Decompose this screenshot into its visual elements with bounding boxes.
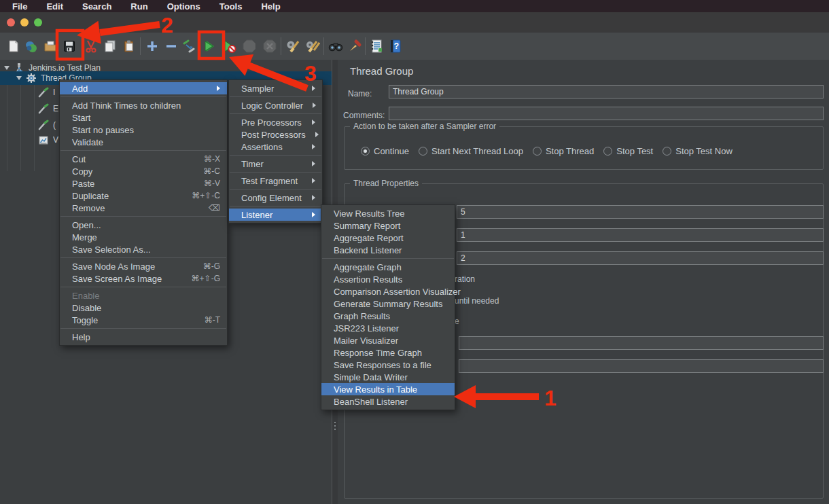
toggle-advanced-icon[interactable] [181, 37, 197, 55]
menu-item-generate-summary-results[interactable]: Generate Summary Results [321, 298, 455, 310]
radio-stop-test-now[interactable]: Stop Test Now [663, 146, 733, 156]
menu-item-sampler[interactable]: Sampler [229, 82, 322, 94]
collapse-all-icon[interactable] [163, 37, 179, 55]
start-no-pauses-icon[interactable] [222, 37, 238, 55]
menu-item-post-processors[interactable]: Post Processors [229, 128, 322, 141]
checkbox-label-fragment: e [455, 317, 459, 326]
menu-item-assertions[interactable]: Assertions [229, 141, 322, 153]
duration-input[interactable] [459, 336, 824, 350]
menu-item-backend-listener[interactable]: Backend Listener [321, 244, 455, 256]
menu-item-copy[interactable]: Copy⌘-C [60, 165, 227, 177]
expander-icon[interactable] [4, 66, 10, 70]
search-icon[interactable] [328, 37, 344, 55]
clear-icon[interactable] [285, 37, 301, 55]
start-icon[interactable] [202, 37, 218, 55]
menu-item-pre-processors[interactable]: Pre Processors [229, 116, 322, 128]
menu-separator [230, 189, 321, 190]
menu-file[interactable]: File [0, 1, 37, 12]
radio-stop-thread[interactable]: Stop Thread [533, 146, 594, 156]
menu-tools[interactable]: Tools [210, 1, 252, 12]
submenu-arrow-icon [312, 120, 315, 125]
save-icon[interactable] [61, 37, 77, 55]
menu-item-logic-controller[interactable]: Logic Controller [229, 99, 322, 111]
menu-item-merge[interactable]: Merge [60, 231, 227, 243]
menu-run[interactable]: Run [121, 1, 157, 12]
menu-separator [60, 257, 226, 258]
menu-item-response-time-graph[interactable]: Response Time Graph [321, 346, 455, 359]
menu-item-jsr223-listener[interactable]: JSR223 Listener [321, 322, 455, 334]
menu-separator [230, 206, 321, 206]
copy-icon[interactable] [102, 37, 118, 55]
menu-item-disable[interactable]: Disable [60, 302, 227, 314]
startup-delay-input[interactable] [459, 359, 824, 373]
menu-item-open[interactable]: Open... [60, 219, 227, 231]
cut-icon[interactable] [83, 37, 99, 55]
menu-item-graph-results[interactable]: Graph Results [321, 310, 455, 322]
menu-item-save-selection-as[interactable]: Save Selection As... [60, 243, 227, 255]
menu-item-add[interactable]: Add [60, 82, 227, 94]
minimize-window-button[interactable] [20, 18, 29, 26]
menu-item-start-no-pauses[interactable]: Start no pauses [60, 124, 227, 136]
function-helper-icon[interactable] [369, 37, 385, 55]
menu-item-save-screen-as-image[interactable]: Save Screen As Image⌘+⇧-G [60, 272, 227, 285]
menu-item-start[interactable]: Start [60, 111, 227, 124]
menu-item-toggle[interactable]: Toggle⌘-T [60, 314, 227, 326]
zoom-window-button[interactable] [34, 18, 42, 26]
menu-separator [230, 113, 321, 114]
menu-item-aggregate-report[interactable]: Aggregate Report [321, 232, 455, 244]
comments-input[interactable] [389, 107, 824, 120]
loop-count-input[interactable] [457, 251, 824, 265]
radio-label: Stop Test Now [675, 146, 733, 156]
menu-item-duplicate[interactable]: Duplicate⌘+⇧-C [60, 190, 227, 202]
menu-item-save-node-as-image[interactable]: Save Node As Image⌘-G [60, 260, 227, 272]
menu-item-config-element[interactable]: Config Element [229, 192, 322, 204]
menu-item-comparison-assertion-visualizer[interactable]: Comparison Assertion Visualizer [321, 285, 455, 298]
menu-item-view-results-tree[interactable]: View Results Tree [321, 207, 455, 219]
menu-item-summary-report[interactable]: Summary Report [321, 219, 455, 232]
menu-item-validate[interactable]: Validate [60, 136, 227, 148]
menu-separator [322, 258, 454, 259]
name-input[interactable] [389, 85, 824, 98]
menu-item-listener[interactable]: Listener [229, 209, 322, 221]
menu-item-assertion-results[interactable]: Assertion Results [321, 273, 455, 285]
paste-icon[interactable] [121, 37, 137, 55]
menu-item-beanshell-listener[interactable]: BeanShell Listener [321, 395, 455, 408]
menu-item-add-think-times[interactable]: Add Think Times to children [60, 99, 227, 111]
menu-item-cut[interactable]: Cut⌘-X [60, 153, 227, 165]
menu-item-test-fragment[interactable]: Test Fragment [229, 175, 322, 187]
number-of-threads-input[interactable] [457, 205, 824, 219]
menu-item-simple-data-writer[interactable]: Simple Data Writer [321, 371, 455, 383]
menu-item-help[interactable]: Help [60, 331, 227, 343]
radio-continue[interactable]: Continue [361, 146, 409, 156]
expand-all-icon[interactable] [144, 37, 160, 55]
toolbar-separator [323, 37, 324, 55]
menu-item-view-results-in-table[interactable]: View Results in Table [321, 383, 455, 395]
menu-help[interactable]: Help [251, 1, 289, 12]
splitter-grip-icon[interactable] [334, 420, 336, 432]
menu-item-paste[interactable]: Paste⌘-V [60, 177, 227, 190]
radio-dot-icon [419, 147, 427, 156]
menu-options[interactable]: Options [158, 1, 210, 12]
menu-item-save-responses-to-a-file[interactable]: Save Responses to a file [321, 359, 455, 371]
menu-separator [60, 287, 226, 287]
templates-icon[interactable] [23, 37, 39, 55]
clear-all-icon[interactable] [304, 37, 321, 55]
menu-separator [230, 96, 321, 97]
menu-item-aggregate-graph[interactable]: Aggregate Graph [321, 261, 455, 273]
search-reset-icon[interactable] [347, 37, 363, 55]
radio-start-next-thread-loop[interactable]: Start Next Thread Loop [419, 146, 523, 156]
radio-stop-test[interactable]: Stop Test [603, 146, 653, 156]
help-icon[interactable]: ? [388, 37, 404, 55]
ramp-up-period-input[interactable] [457, 228, 824, 242]
menu-item-mailer-visualizer[interactable]: Mailer Visualizer [321, 334, 455, 346]
menu-item-remove[interactable]: Remove⌫ [60, 202, 227, 214]
new-file-icon[interactable] [5, 37, 22, 55]
tree-node-label: ( [53, 120, 58, 130]
close-window-button[interactable] [7, 18, 15, 26]
menu-item-timer[interactable]: Timer [229, 158, 322, 170]
menu-search[interactable]: Search [73, 1, 121, 12]
radio-dot-icon [533, 147, 542, 156]
menu-edit[interactable]: Edit [37, 1, 73, 12]
open-icon[interactable] [42, 37, 58, 55]
expander-icon[interactable] [16, 76, 22, 80]
